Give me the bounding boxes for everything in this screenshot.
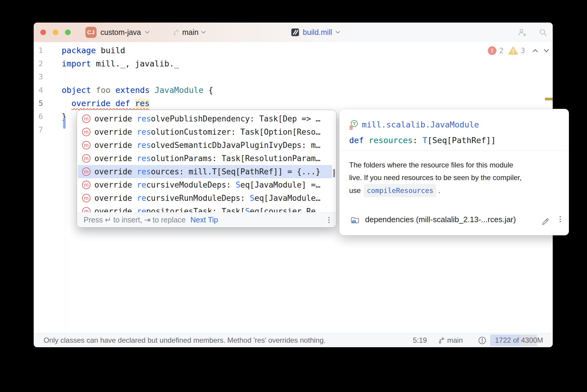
doc-text-line: usecompileResources. — [349, 184, 522, 197]
text-token: olvedSemanticDbJavaPluginIvyDeps: m… — [151, 141, 321, 150]
doc-description: The folders where the resource files for… — [349, 159, 522, 197]
doc-signature: def resources: T[Seq[PathRef]] — [349, 136, 496, 145]
status-bar: Only classes can have declared but undef… — [34, 333, 553, 347]
chevron-down-icon — [145, 31, 149, 34]
next-tip-link[interactable]: Next Tip — [190, 216, 218, 224]
caret-position-widget[interactable]: 5:19 — [413, 333, 427, 347]
notifications-widget[interactable] — [478, 333, 487, 347]
method-icon: m — [82, 167, 91, 176]
line-number: 7 — [34, 123, 65, 136]
code-line[interactable]: object foo extends JavaModule { — [62, 84, 553, 97]
memory-text: 1722 of 4300M — [490, 335, 548, 346]
status-message: Only classes can have declared but undef… — [44, 333, 326, 347]
text-token: res — [137, 154, 151, 163]
method-icon: m — [82, 194, 91, 202]
text-token: res — [137, 167, 151, 176]
code-line[interactable]: override def res — [62, 97, 553, 110]
project-widget[interactable]: CJ custom-java — [85, 23, 149, 42]
chevron-down-icon — [336, 31, 340, 34]
editor-gutter: 1234567 — [34, 44, 66, 335]
text-token: object — [62, 85, 91, 95]
previous-problem-button[interactable] — [533, 49, 538, 52]
line-number: 1 — [34, 44, 65, 57]
warning-icon — [508, 46, 518, 55]
text-token: cursiveRunModuleDeps: — [146, 194, 250, 203]
text-token: override def — [72, 99, 135, 108]
text-token: override — [94, 180, 137, 189]
line-number: 4 — [34, 84, 65, 97]
text-token: override — [94, 154, 137, 163]
desktop-background: CJ custom-java main — [0, 0, 587, 392]
doc-class-link[interactable]: mill.scalalib.JavaModule — [362, 120, 479, 129]
text-token: : — [413, 136, 423, 145]
close-button[interactable] — [40, 29, 46, 35]
add-user-icon[interactable] — [518, 28, 527, 37]
text-token: S — [236, 180, 241, 189]
text-token: res — [137, 141, 151, 150]
text-token: res — [137, 127, 151, 136]
doc-dependency-row: dependencies (mill-scalalib_2.13-...rces… — [350, 215, 516, 224]
code-line[interactable]: package build — [62, 44, 553, 57]
file-switcher[interactable]: build.mill — [291, 23, 340, 42]
completion-item[interactable]: moverride recursiveModuleDeps: Seq[JavaM… — [78, 178, 332, 191]
completion-item[interactable]: moverride resolvePublishDependency: Task… — [78, 112, 332, 125]
completion-item[interactable]: moverride resources: mill.T[Seq[PathRef]… — [78, 165, 332, 178]
completion-item[interactable]: moverride resolutionParams: Task[Resolut… — [78, 152, 332, 165]
text-token: T — [423, 136, 427, 145]
zoom-button[interactable] — [65, 29, 71, 35]
code-line[interactable]: import mill._, javalib._ — [62, 57, 553, 70]
memory-indicator[interactable]: 1722 of 4300M — [490, 335, 548, 346]
minimize-button[interactable] — [53, 29, 58, 35]
mill-file-icon — [291, 28, 299, 36]
completion-item[interactable]: moverride resolvedSemanticDbJavaPluginIv… — [78, 139, 332, 152]
branch-name: main — [182, 28, 198, 37]
completion-item[interactable]: moverride resolutionCustomizer: Task[Opt… — [78, 125, 332, 139]
git-branch-icon — [438, 337, 445, 344]
method-icon: m — [82, 141, 91, 149]
doc-text-fragment: use — [349, 186, 361, 194]
edit-source-icon[interactable] — [541, 217, 549, 225]
text-token: JavaModule — [155, 85, 204, 95]
doc-divider — [340, 151, 569, 151]
git-branch-widget[interactable]: main — [438, 333, 463, 347]
text-token: override — [94, 194, 137, 203]
method-icon: m — [82, 181, 91, 189]
doc-breadcrumb-row: T mill.scalalib.JavaModule — [349, 119, 479, 130]
text-token: override — [94, 114, 137, 123]
titlebar-actions — [518, 23, 547, 42]
text-token: eq[JavaModule… — [254, 194, 320, 203]
search-icon[interactable] — [539, 28, 547, 37]
error-count: 2 — [499, 47, 503, 55]
completion-item[interactable]: moverride recursiveRunModuleDeps: Seq[Ja… — [78, 191, 332, 205]
text-token: eq[JavaModule] =… — [240, 180, 320, 189]
code-line[interactable] — [62, 70, 553, 84]
completion-scrollbar-thumb[interactable] — [333, 169, 335, 177]
text-token — [111, 85, 115, 95]
text-token: olutionParams: Task[ResolutionParam… — [151, 154, 321, 163]
git-branch-icon — [173, 29, 180, 36]
text-token: override — [94, 127, 137, 136]
method-icon: m — [82, 154, 91, 163]
text-token: S — [250, 194, 255, 203]
text-token: foo — [96, 85, 111, 95]
text-token: override — [94, 141, 137, 150]
warning-count: 3 — [521, 47, 525, 55]
line-number: 3 — [34, 70, 65, 84]
text-token: { — [203, 85, 213, 95]
doc-text-line: live. If you need resources to be seen b… — [349, 171, 522, 184]
branch-name: main — [447, 336, 463, 345]
chevron-down-icon — [201, 31, 206, 34]
library-folder-icon — [350, 216, 360, 224]
text-token: def — [349, 136, 369, 145]
next-problem-button[interactable] — [544, 49, 549, 52]
more-options-icon[interactable] — [328, 217, 330, 223]
text-token: re — [137, 194, 146, 203]
scrollbar-warning-stripe — [545, 98, 553, 100]
text-token: [Seq[PathRef]] — [427, 136, 496, 145]
more-options-icon[interactable] — [560, 216, 561, 222]
text-token — [62, 99, 72, 108]
code-reference-chip[interactable]: compileResources — [364, 184, 437, 197]
inspections-widget[interactable]: ! 2 3 — [488, 46, 549, 55]
vcs-widget[interactable]: main — [173, 23, 206, 42]
text-token: res — [135, 99, 150, 108]
